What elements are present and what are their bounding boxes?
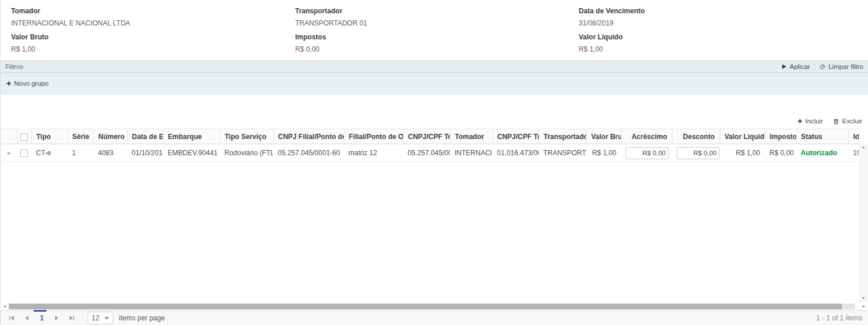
- next-page-button[interactable]: [49, 315, 64, 321]
- header-acrescimo[interactable]: Acréscimo: [621, 129, 672, 144]
- grid-toolbar: + Incluir Excluir: [1, 94, 868, 129]
- summary-column-2: Transportador TRANSPORTADOR 01 Impostos …: [295, 5, 367, 59]
- header-transportador[interactable]: Transportador: [539, 129, 586, 144]
- tomador-label: Tomador: [11, 6, 130, 16]
- cell-serie: 1: [67, 144, 93, 162]
- acrescimo-input[interactable]: [626, 147, 669, 159]
- scroll-right-icon[interactable]: ►: [860, 304, 868, 308]
- header-numero[interactable]: Número: [93, 129, 127, 144]
- chevron-down-icon: [104, 317, 109, 320]
- scroll-up-icon[interactable]: ▲: [862, 144, 866, 151]
- first-page-button[interactable]: [4, 315, 19, 321]
- transportador-value: TRANSPORTADOR 01: [295, 19, 367, 28]
- valor-bruto-value: R$ 1,00: [11, 45, 130, 54]
- data-vencimento-label: Data de Vencimento: [579, 6, 645, 16]
- cell-cnpj-filial: 05.257.045/0001-60: [273, 144, 344, 162]
- header-status[interactable]: Status: [796, 129, 848, 144]
- horizontal-scrollbar[interactable]: ◄ ►: [1, 302, 868, 310]
- header-serie[interactable]: Série: [67, 129, 93, 144]
- prev-page-button[interactable]: [19, 315, 34, 321]
- horizontal-scroll-track[interactable]: [9, 304, 855, 309]
- transportador-label: Transportador: [295, 6, 367, 16]
- play-icon: [782, 64, 787, 70]
- status-badge: Autorizado: [801, 149, 837, 157]
- page-size-select[interactable]: 12: [88, 312, 113, 324]
- cte-page: Tomador INTERNACIONAL E NACIONAL LTDA Va…: [0, 0, 868, 325]
- selected-page-indicator: [34, 310, 46, 312]
- last-page-button[interactable]: [64, 315, 79, 321]
- filters-actions: Aplicar Limpar filtro: [782, 63, 863, 70]
- select-all-checkbox[interactable]: [20, 133, 28, 141]
- plus-icon: +: [6, 81, 11, 86]
- cell-data-emissao: 01/10/2018 11:...: [127, 144, 163, 162]
- cell-valor-bruto: R$ 1,00: [586, 144, 621, 162]
- scroll-down-icon[interactable]: ▼: [862, 295, 866, 302]
- cell-cnpj-tomador: 05.257.045/0001-60: [403, 144, 450, 162]
- header-tomador[interactable]: Tomador: [450, 129, 492, 144]
- header-data-emissao[interactable]: Data de Emis...: [127, 129, 163, 144]
- clear-filter-label: Limpar filtro: [829, 63, 863, 70]
- row-expander-icon[interactable]: +: [6, 149, 11, 158]
- filters-title: Filtros: [5, 63, 23, 70]
- cell-valor-liquido: R$ 1,00: [720, 144, 765, 162]
- seek-first-icon: [9, 315, 14, 321]
- scroll-left-icon[interactable]: ◄: [1, 304, 9, 308]
- grid-empty-area: [1, 162, 868, 302]
- page-number[interactable]: 1: [34, 314, 49, 322]
- cell-tomador: INTERNACIONAL E...: [450, 144, 492, 162]
- impostos-label: Impostos: [295, 32, 367, 42]
- header-cnpj-tomador[interactable]: CNPJ/CPF Tomad...: [403, 129, 450, 144]
- summary-column-3: Data de Vencimento 31/08/2019 Valor Liqu…: [579, 5, 645, 59]
- header-tipo-servico[interactable]: Tipo Serviço: [220, 129, 273, 144]
- incluir-button[interactable]: + Incluir: [798, 118, 823, 125]
- row-checkbox[interactable]: [20, 149, 28, 157]
- clear-filter-button[interactable]: Limpar filtro: [819, 63, 863, 70]
- new-group-button[interactable]: + Novo grupo: [6, 80, 49, 87]
- excluir-button[interactable]: Excluir: [833, 118, 862, 125]
- header-tipo[interactable]: Tipo: [31, 129, 67, 144]
- header-desconto[interactable]: Desconto: [672, 129, 720, 144]
- filters-body: + Novo grupo: [1, 73, 868, 94]
- cell-cnpj-transportador: 01.016.473/0001-40: [492, 144, 539, 162]
- select-all-column-header: [17, 129, 31, 144]
- valor-bruto-label: Valor Bruto: [11, 32, 130, 42]
- header-impostos[interactable]: Impostos: [765, 129, 796, 144]
- new-group-label: Novo grupo: [14, 80, 48, 87]
- cell-numero: 4083: [93, 144, 127, 162]
- plus-icon: +: [798, 118, 802, 124]
- valor-liquido-label: Valor Liquido: [579, 32, 645, 42]
- data-vencimento-value: 31/08/2019: [579, 19, 645, 28]
- pager-bar: 1 12 items per page 1 - 1 of 1 items: [1, 310, 868, 325]
- horizontal-scroll-thumb[interactable]: [9, 304, 842, 309]
- header-id[interactable]: Id: [848, 129, 859, 144]
- cell-id: 19: [848, 144, 859, 162]
- page-size-value: 12: [92, 314, 99, 322]
- cell-tipo-servico: Rodoviário (FTL): [220, 144, 273, 162]
- header-embarque[interactable]: Embarque: [163, 129, 220, 144]
- excluir-label: Excluir: [842, 118, 862, 125]
- impostos-value: R$ 0,00: [295, 45, 367, 54]
- apply-filter-button[interactable]: Aplicar: [782, 63, 810, 70]
- table-row[interactable]: + CT-e 1 4083 01/10/2018 11:... EMBDEV.9…: [1, 144, 859, 162]
- cell-embarque: EMBDEV.90441: [163, 144, 220, 162]
- cell-impostos: R$ 0,00: [765, 144, 796, 162]
- pager-range-label: 1 - 1 of 1 items: [816, 314, 862, 322]
- desconto-input[interactable]: [677, 147, 720, 159]
- apply-filter-label: Aplicar: [790, 63, 810, 70]
- header-valor-liquido[interactable]: Valor Líquido: [720, 129, 765, 144]
- summary-panel: Tomador INTERNACIONAL E NACIONAL LTDA Va…: [1, 0, 868, 61]
- header-valor-bruto[interactable]: Valor Bruto: [586, 129, 621, 144]
- header-filial[interactable]: Filial/Ponto de Operação: [344, 129, 403, 144]
- cell-tipo: CT-e: [31, 144, 67, 162]
- arrow-right-icon: [55, 315, 59, 321]
- tomador-value: INTERNACIONAL E NACIONAL LTDA: [11, 19, 130, 28]
- header-cnpj-transportador[interactable]: CNPJ/CPF Transp...: [492, 129, 539, 144]
- grid-header-row: Tipo Série Número Data de Emis... Embarq…: [1, 129, 859, 144]
- valor-liquido-value: R$ 1,00: [579, 45, 645, 54]
- vertical-scrollbar[interactable]: ▲ ▼: [859, 144, 868, 302]
- cte-grid: Tipo Série Número Data de Emis... Embarq…: [1, 129, 859, 162]
- arrow-left-icon: [24, 315, 29, 321]
- expander-column-header: [1, 129, 17, 144]
- header-cnpj-filial[interactable]: CNPJ Filial/Ponto de Operação: [273, 129, 344, 144]
- cell-transportador: TRANSPORTADOR ...: [539, 144, 586, 162]
